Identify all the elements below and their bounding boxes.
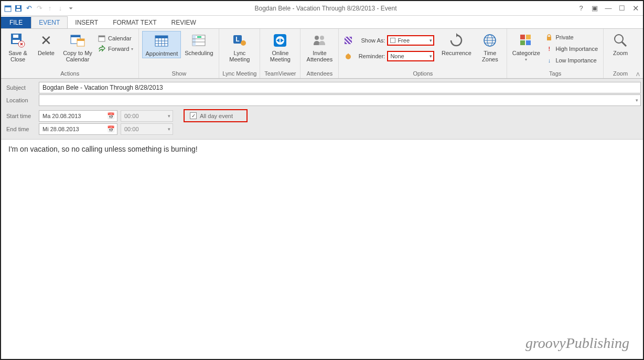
end-date-input[interactable]: Mi 28.08.2013📅 xyxy=(39,123,117,135)
ribbon-tabs: FILE EVENT INSERT FORMAT TEXT REVIEW xyxy=(1,16,643,28)
recurrence-button[interactable]: Recurrence xyxy=(439,31,473,57)
appointment-button[interactable]: Appointment xyxy=(142,31,181,58)
help-icon[interactable]: ? xyxy=(576,4,586,13)
globe-icon xyxy=(481,32,498,49)
svg-rect-12 xyxy=(77,39,84,41)
online-meeting-button[interactable]: Online Meeting xyxy=(263,31,297,63)
subject-label: Subject xyxy=(3,84,39,91)
all-day-checkbox[interactable]: ✓ All day event xyxy=(184,109,248,122)
scheduling-button[interactable]: Scheduling xyxy=(182,31,216,57)
svg-rect-3 xyxy=(16,9,20,11)
subject-input[interactable]: Bogdan Bele - Vacation Through 8/28/2013 xyxy=(39,82,168,93)
save-close-icon xyxy=(9,32,26,49)
maximize-icon[interactable]: ☐ xyxy=(617,4,627,13)
lync-meeting-button[interactable]: L Lync Meeting xyxy=(225,31,254,63)
tab-insert[interactable]: INSERT xyxy=(68,17,105,28)
zoom-icon xyxy=(612,32,629,49)
collapse-ribbon-icon[interactable]: ᐱ xyxy=(636,71,640,77)
subject-input-ext[interactable] xyxy=(167,82,641,93)
group-lync: L Lync Meeting Lync Meeting xyxy=(219,29,260,78)
location-label: Location xyxy=(3,97,39,103)
delete-button[interactable]: ✕ Delete xyxy=(33,31,60,57)
show-as-icon xyxy=(344,36,352,45)
end-time-label: End time xyxy=(3,126,39,132)
svg-rect-36 xyxy=(348,54,349,55)
tab-review[interactable]: REVIEW xyxy=(164,17,203,28)
redo-icon: ↷ xyxy=(35,4,44,13)
appointment-icon xyxy=(153,33,170,49)
free-swatch-icon xyxy=(390,38,395,43)
group-actions: Save & Close ✕ Delete Copy to My Calenda… xyxy=(1,29,139,78)
svg-point-32 xyxy=(315,36,319,40)
calendar-picker-icon[interactable]: 📅 xyxy=(107,125,115,133)
window-title: Bogdan Bele - Vacation Through 8/28/2013… xyxy=(76,5,576,12)
scheduling-icon xyxy=(190,32,207,49)
window-controls: ? ▣ — ☐ ✕ xyxy=(576,4,641,13)
calendar-picker-icon[interactable]: 📅 xyxy=(107,112,115,120)
svg-rect-26 xyxy=(197,36,201,38)
group-show: Appointment Scheduling Show xyxy=(139,29,219,78)
zoom-button[interactable]: Zoom xyxy=(607,31,634,57)
forward-icon xyxy=(98,45,106,53)
delete-icon: ✕ xyxy=(38,32,55,49)
tags-list: Private ! High Importance ↓ Low Importan… xyxy=(543,31,600,66)
show-as-select[interactable]: Free ▾ xyxy=(387,35,434,46)
group-teamviewer: Online Meeting TeamViewer xyxy=(260,29,300,78)
svg-rect-10 xyxy=(71,35,80,37)
svg-rect-23 xyxy=(192,35,196,46)
low-importance-icon: ↓ xyxy=(545,56,553,65)
forward-link[interactable]: Forward ▾ xyxy=(98,45,133,53)
ribbon-options-icon[interactable]: ▣ xyxy=(589,4,600,13)
group-zoom: Zoom Zoom xyxy=(604,29,637,78)
recurrence-icon xyxy=(448,32,465,49)
attendees-icon xyxy=(311,32,328,49)
reminder-icon xyxy=(344,52,352,60)
start-date-input[interactable]: Ma 20.08.2013📅 xyxy=(39,110,117,122)
reminder-select[interactable]: None ▾ xyxy=(387,51,434,61)
svg-text:L: L xyxy=(235,36,239,43)
options-fields: Show As: Free ▾ Reminder: None ▾ xyxy=(342,31,436,62)
ribbon: Save & Close ✕ Delete Copy to My Calenda… xyxy=(1,28,643,79)
calendar-small-icon xyxy=(98,34,106,43)
svg-rect-46 xyxy=(547,37,551,40)
svg-point-47 xyxy=(615,35,623,43)
tab-event[interactable]: EVENT xyxy=(31,16,68,28)
svg-rect-1 xyxy=(5,6,11,7)
calendar-icon[interactable] xyxy=(3,4,13,13)
location-input[interactable]: ▾ xyxy=(39,94,641,106)
private-toggle[interactable]: Private xyxy=(545,33,598,41)
group-options: Show As: Free ▾ Reminder: None ▾ xyxy=(339,29,507,78)
low-importance-toggle[interactable]: ↓ Low Importance xyxy=(545,56,598,65)
start-time-input: 00:00▾ xyxy=(121,110,173,122)
categorize-icon xyxy=(518,32,534,49)
down-icon: ↓ xyxy=(56,4,65,13)
watermark: groovyPublishing xyxy=(525,335,629,352)
undo-icon[interactable]: ↶ xyxy=(24,4,34,13)
svg-rect-4 xyxy=(17,6,20,8)
svg-rect-42 xyxy=(520,35,525,39)
quick-access-toolbar: ↶ ↷ ↑ ↓ ⏷ xyxy=(3,4,76,13)
title-bar: ↶ ↷ ↑ ↓ ⏷ Bogdan Bele - Vacation Through… xyxy=(1,1,643,16)
svg-rect-14 xyxy=(99,36,105,37)
tab-file[interactable]: FILE xyxy=(1,17,31,28)
qat-dropdown-icon[interactable]: ⏷ xyxy=(66,4,76,13)
copy-to-calendar-button[interactable]: Copy to My Calendar xyxy=(61,31,94,63)
tab-format-text[interactable]: FORMAT TEXT xyxy=(105,17,164,28)
minimize-icon[interactable]: — xyxy=(603,4,614,13)
save-close-button[interactable]: Save & Close xyxy=(4,31,31,63)
start-time-label: Start time xyxy=(3,113,39,119)
svg-rect-44 xyxy=(520,40,525,45)
high-importance-toggle[interactable]: ! High Importance xyxy=(545,45,598,53)
time-zones-button[interactable]: Time Zones xyxy=(476,31,503,63)
high-importance-icon: ! xyxy=(545,45,553,53)
invite-attendees-button[interactable]: Invite Attendees xyxy=(304,31,335,63)
close-icon[interactable]: ✕ xyxy=(630,4,641,13)
categorize-button[interactable]: Categorize▾ xyxy=(510,31,542,63)
save-icon[interactable] xyxy=(14,4,23,13)
lync-icon: L xyxy=(231,32,248,49)
lock-icon xyxy=(545,33,553,41)
calendar-link[interactable]: Calendar xyxy=(98,34,133,43)
checkbox-icon: ✓ xyxy=(190,112,197,119)
svg-rect-45 xyxy=(526,40,531,45)
event-body[interactable]: I'm on vacation, so no calling unless so… xyxy=(1,140,643,158)
